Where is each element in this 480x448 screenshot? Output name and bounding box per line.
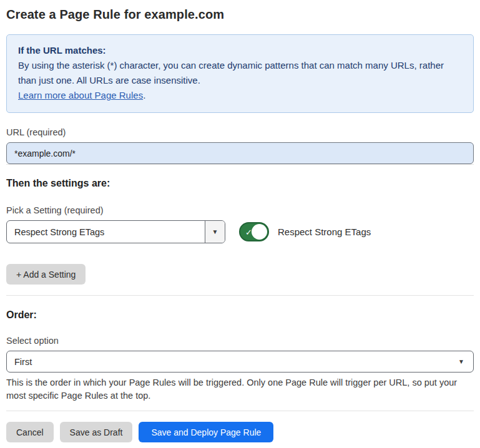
- order-help-text: This is the order in which your Page Rul…: [6, 376, 474, 402]
- page-title: Create a Page Rule for example.com: [6, 7, 474, 22]
- order-select-label: Select option: [6, 336, 474, 346]
- chevron-down-icon: ▼: [458, 358, 464, 365]
- settings-section-heading: Then the settings are:: [6, 178, 474, 189]
- divider: [6, 164, 474, 165]
- setting-select-value: Respect Strong ETags: [7, 221, 205, 243]
- create-page-rule-form: Create a Page Rule for example.com If th…: [0, 0, 480, 442]
- etags-toggle[interactable]: ✓: [239, 222, 269, 241]
- divider: [6, 295, 474, 296]
- url-label: URL (required): [6, 127, 474, 137]
- etags-toggle-label: Respect Strong ETags: [278, 226, 371, 237]
- order-select-value: First: [14, 357, 458, 367]
- add-setting-button[interactable]: + Add a Setting: [6, 264, 86, 285]
- chevron-down-icon: ▼: [212, 228, 218, 235]
- save-draft-button[interactable]: Save as Draft: [60, 422, 133, 442]
- cancel-button[interactable]: Cancel: [6, 422, 54, 442]
- url-match-info-box: If the URL matches: By using the asteris…: [6, 34, 474, 113]
- toggle-knob: [252, 224, 267, 240]
- order-section-heading: Order:: [6, 309, 474, 321]
- setting-row: Respect Strong ETags ▼ ✓ Respect Strong …: [6, 220, 474, 243]
- order-select[interactable]: First ▼: [6, 351, 474, 373]
- info-box-heading: If the URL matches:: [18, 43, 462, 58]
- info-box-link-line: Learn more about Page Rules.: [18, 88, 462, 103]
- learn-more-link[interactable]: Learn more about Page Rules: [18, 90, 143, 100]
- footer-actions: Cancel Save as Draft Save and Deploy Pag…: [6, 422, 474, 442]
- save-deploy-button[interactable]: Save and Deploy Page Rule: [139, 422, 273, 442]
- info-box-body: By using the asterisk (*) character, you…: [18, 58, 462, 88]
- url-input[interactable]: [6, 142, 474, 164]
- divider: [6, 411, 474, 411]
- setting-select-arrow-button[interactable]: ▼: [205, 221, 225, 243]
- pick-setting-label: Pick a Setting (required): [6, 205, 474, 215]
- setting-select[interactable]: Respect Strong ETags ▼: [6, 220, 225, 243]
- link-period: .: [143, 90, 145, 100]
